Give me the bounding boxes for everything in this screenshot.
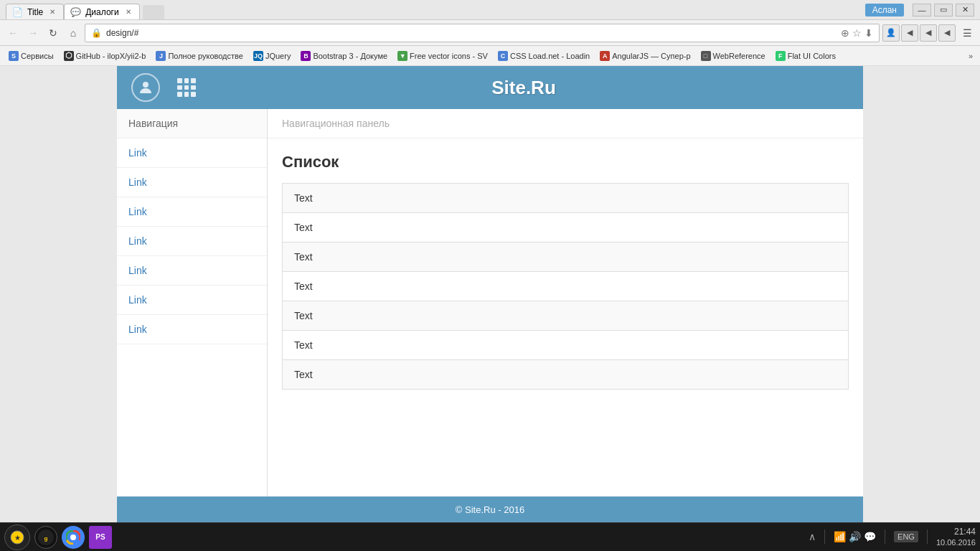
volume-icon: 🔊 xyxy=(849,531,861,542)
header-icon-grid xyxy=(174,75,199,100)
refresh-button[interactable]: ↻ xyxy=(44,24,62,42)
tab-title[interactable]: 📄 Title ✕ xyxy=(6,4,64,19)
new-tab-placeholder xyxy=(143,5,164,19)
menu-button[interactable]: ☰ xyxy=(958,24,976,42)
list-title: Список xyxy=(282,153,849,171)
sidebar-link-7[interactable]: Link xyxy=(117,315,267,344)
minimize-button[interactable]: — xyxy=(913,4,931,17)
grid-dot xyxy=(184,92,189,97)
bookmark-angularjs[interactable]: A AngularJS — Супер-р xyxy=(595,50,694,62)
bookmark-polnoe[interactable]: J Полное руководстве xyxy=(151,50,248,62)
forward-button[interactable]: → xyxy=(24,24,42,42)
bookmark-label: GitHub - ilopX/yii2-b xyxy=(76,52,146,60)
download-icon[interactable]: ⬇ xyxy=(864,27,873,39)
list-item: Text xyxy=(283,242,849,272)
table-row: Text xyxy=(283,301,849,331)
bookmark-label: Free vector icons - SV xyxy=(410,52,488,60)
taskbar-divider3 xyxy=(927,529,928,544)
page-area: Site.Ru Навигация Link Link Link Link Li… xyxy=(0,66,980,522)
tab-favicon: 💬 xyxy=(70,7,81,17)
sidebar-link-6[interactable]: Link xyxy=(117,286,267,315)
system-clock: 21:44 10.06.2016 xyxy=(936,527,976,548)
bookmark-label: Полное руководстве xyxy=(168,52,243,60)
tab-label: Title xyxy=(27,7,43,17)
bookmark-jquery[interactable]: JQ JQuery xyxy=(249,50,295,62)
list-item: Text xyxy=(283,301,849,331)
taskbar-app-phpstorm[interactable]: PS xyxy=(89,526,112,549)
taskbar-app-chrome[interactable] xyxy=(62,526,85,549)
person-icon xyxy=(137,79,154,96)
bookmark-servisy[interactable]: S Сервисы xyxy=(4,50,58,62)
grid-dot xyxy=(191,85,196,90)
language-badge[interactable]: ENG xyxy=(894,531,918,542)
bookmark-freevector[interactable]: ▼ Free vector icons - SV xyxy=(393,50,492,62)
bookmark-icon: □ xyxy=(701,51,711,61)
bookmark-webreference[interactable]: □ WebReference xyxy=(697,50,770,62)
bookmark-label: Сервисы xyxy=(21,52,54,60)
site-footer: © Site.Ru - 2016 xyxy=(117,496,863,522)
bookmark-github[interactable]: ⬡ GitHub - ilopX/yii2-b xyxy=(60,50,151,62)
table-row: Text xyxy=(283,242,849,272)
user-name-badge: Аслан xyxy=(865,4,904,17)
bookmark-icon: ▼ xyxy=(397,51,407,61)
content-area: Список Text Text xyxy=(268,138,863,404)
back-button[interactable]: ← xyxy=(4,24,22,42)
svg-point-0 xyxy=(143,82,149,88)
taskbar-divider xyxy=(824,529,825,544)
nav-btn-extra3[interactable]: ◀ xyxy=(938,24,956,42)
svg-text:g: g xyxy=(44,535,48,542)
table-row: Text xyxy=(283,213,849,242)
translate-icon[interactable]: ⊕ xyxy=(841,27,849,39)
bookmark-label: WebReference xyxy=(713,52,765,60)
bookmark-icon: S xyxy=(9,51,19,61)
address-icons: ⊕ ☆ ⬇ xyxy=(841,27,873,39)
grid-dot xyxy=(177,85,182,90)
site-wrapper: Site.Ru Навигация Link Link Link Link Li… xyxy=(0,66,980,522)
bookmark-icon: B xyxy=(301,51,311,61)
window-close-button[interactable]: ✕ xyxy=(956,4,974,17)
star-icon[interactable]: ☆ xyxy=(852,27,862,39)
svg-point-6 xyxy=(70,534,76,540)
start-button[interactable]: ★ xyxy=(4,524,30,550)
list-item: Text xyxy=(283,331,849,360)
grid-dot xyxy=(191,78,196,83)
table-row: Text xyxy=(283,272,849,301)
tab-close-button[interactable]: ✕ xyxy=(123,7,133,17)
bookmark-bootstrap[interactable]: B Bootstrap 3 - Докуме xyxy=(296,50,392,62)
site-header: Site.Ru xyxy=(117,66,863,109)
nav-btn-extra1[interactable]: ◀ xyxy=(901,24,918,42)
nav-bar: ← → ↻ ⌂ 🔒 design/# ⊕ ☆ ⬇ 👤 ◀ ◀ ◀ ☰ xyxy=(0,20,980,46)
tab-close-button[interactable]: ✕ xyxy=(47,7,57,17)
network-icon: 📶 xyxy=(834,531,846,542)
address-bar[interactable]: 🔒 design/# ⊕ ☆ ⬇ xyxy=(85,24,880,42)
bookmark-label: Bootstrap 3 - Докуме xyxy=(313,52,387,60)
table-row: Text xyxy=(283,331,849,360)
bookmark-label: JQuery xyxy=(265,52,291,60)
maximize-button[interactable]: ▭ xyxy=(934,4,953,17)
phpstorm-label: PS xyxy=(95,533,105,541)
sidebar-link-4[interactable]: Link xyxy=(117,227,267,256)
sidebar-link-5[interactable]: Link xyxy=(117,256,267,286)
bookmarks-more-button[interactable]: » xyxy=(966,50,976,62)
bookmark-icon: C xyxy=(498,51,508,61)
nav-btn-extra2[interactable]: ◀ xyxy=(920,24,937,42)
sidebar-link-2[interactable]: Link xyxy=(117,168,267,197)
sidebar-link-1[interactable]: Link xyxy=(117,138,267,168)
list-table: Text Text Text Text xyxy=(282,183,849,390)
bookmark-flatui[interactable]: F Flat UI Colors xyxy=(771,50,840,62)
taskbar-app-gixsa[interactable]: g xyxy=(34,526,57,549)
tray-arrow-icon[interactable]: ∧ xyxy=(809,531,816,542)
list-item: Text xyxy=(283,272,849,301)
home-button[interactable]: ⌂ xyxy=(65,24,82,42)
bookmark-cssload[interactable]: C CSS Load.net - Loadin xyxy=(494,50,594,62)
main-content: Навигационная панель Список Text Text xyxy=(268,109,863,496)
bookmark-icon: J xyxy=(156,51,166,61)
grid-dot xyxy=(177,92,182,97)
person-icon-btn[interactable]: 👤 xyxy=(882,24,900,42)
bookmarks-bar: S Сервисы ⬡ GitHub - ilopX/yii2-b J Полн… xyxy=(0,46,980,66)
system-tray-icons: 📶 🔊 💬 xyxy=(834,531,876,542)
tab-dialogi[interactable]: 💬 Диалоги ✕ xyxy=(64,4,139,19)
gixsa-icon: g xyxy=(37,529,55,546)
sidebar-link-3[interactable]: Link xyxy=(117,197,267,227)
navbar-placeholder: Навигационная панель xyxy=(268,109,863,138)
